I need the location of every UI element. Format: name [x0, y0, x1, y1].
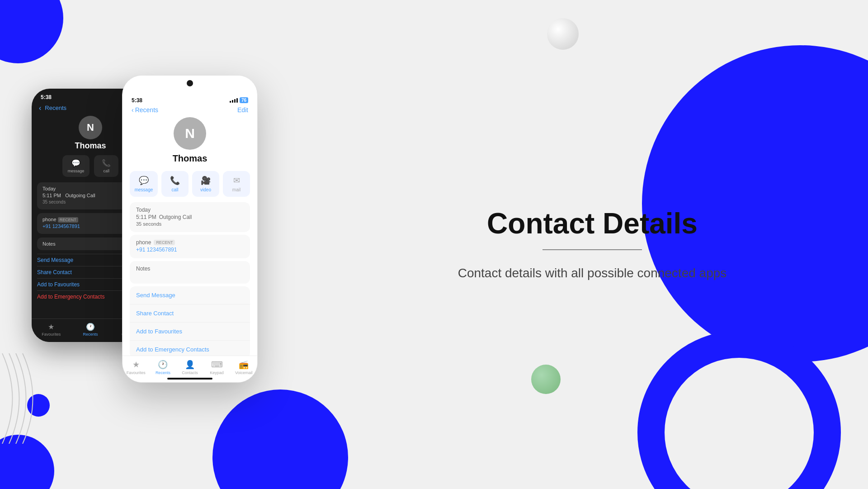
back-favourites-label: Favourites — [42, 332, 61, 337]
back-recents-label: Recents — [83, 332, 98, 337]
front-message-label: message — [135, 187, 153, 192]
back-avatar: N — [79, 116, 102, 139]
front-video-icon: 🎥 — [201, 176, 211, 185]
front-voicemail-icon: 📻 — [239, 360, 249, 370]
front-send-message[interactable]: Send Message — [130, 286, 250, 304]
front-action-buttons: 💬 message 📞 call 🎥 video ✉ mail — [123, 171, 257, 197]
front-phone-info: phone RECENT +91 1234567891 — [130, 235, 250, 258]
back-chevron-icon: ‹ — [39, 104, 41, 112]
front-status-time: 5:38 — [132, 97, 142, 104]
right-panel: Contact Details Contact details with all… — [316, 0, 868, 489]
front-scroll-area: N Thomas 💬 message 📞 call 🎥 video — [123, 117, 257, 370]
front-camera — [187, 80, 193, 86]
front-voicemail-label: Voicemail — [235, 370, 253, 375]
back-call-btn[interactable]: 📞 call — [94, 155, 118, 177]
page-description: Contact details with all possible connec… — [458, 264, 727, 283]
front-call-time: 5:11 PM — [136, 214, 156, 220]
front-contact-name: Thomas — [173, 153, 208, 164]
front-mail-btn[interactable]: ✉ mail — [223, 171, 250, 197]
front-message-btn[interactable]: 💬 message — [130, 171, 158, 197]
front-action-list: Send Message Share Contact Add to Favour… — [130, 286, 250, 358]
front-call-btn[interactable]: 📞 call — [161, 171, 189, 197]
front-signal — [230, 98, 238, 103]
front-fav-icon: ★ — [132, 360, 140, 370]
front-phone-label-row: phone RECENT — [136, 239, 244, 246]
title-divider — [542, 249, 642, 250]
front-tab-voicemail[interactable]: 📻 Voicemail — [230, 360, 257, 375]
front-tab-recents[interactable]: 🕐 Recents — [150, 360, 177, 375]
front-contact-section: N Thomas — [123, 117, 257, 171]
front-call-info: Today 5:11 PM Outgoing Call 35 seconds — [130, 202, 250, 232]
front-today-label: Today — [136, 207, 244, 213]
back-call-label: call — [104, 169, 110, 173]
front-avatar: N — [174, 117, 206, 150]
front-fav-label: Favourites — [127, 370, 146, 375]
back-recents-icon: 🕐 — [86, 323, 95, 331]
front-mail-label: mail — [232, 187, 241, 192]
signal-bar-2 — [232, 100, 233, 103]
phone-front: 5:38 76 ‹ Recents Edit — [122, 75, 258, 383]
front-share-contact[interactable]: Share Contact — [130, 304, 250, 323]
front-message-icon: 💬 — [139, 176, 149, 185]
back-tab-recents[interactable]: 🕐 Recents — [71, 323, 110, 337]
front-header: ‹ Recents Edit — [123, 105, 257, 117]
back-message-btn[interactable]: 💬 message — [62, 155, 90, 177]
back-favourites-icon: ★ — [48, 323, 54, 331]
front-keypad-icon: ⌨ — [211, 360, 223, 370]
front-contacts-icon: 👤 — [185, 360, 195, 370]
front-contacts-label: Contacts — [182, 370, 198, 375]
front-video-label: video — [200, 187, 211, 192]
front-back-btn[interactable]: ‹ Recents — [132, 106, 158, 114]
front-add-favourites[interactable]: Add to Favourites — [130, 323, 250, 341]
front-phone-label: phone — [136, 239, 151, 246]
back-message-icon: 💬 — [71, 159, 80, 167]
front-status-right: 76 — [230, 97, 248, 103]
front-notch-area — [123, 76, 257, 91]
front-phone-number[interactable]: +91 1234567891 — [136, 247, 244, 253]
front-tab-keypad[interactable]: ⌨ Keypad — [203, 360, 231, 375]
back-message-label: message — [68, 169, 85, 173]
phones-container: 5:38 ●●● ■ ‹ Recents N Thomas 💬 message … — [32, 75, 312, 414]
front-recents-icon: 🕐 — [158, 360, 168, 370]
front-home-indicator — [167, 378, 212, 380]
front-back-label: Recents — [135, 106, 158, 114]
front-call-icon: 📞 — [170, 176, 180, 185]
back-call-icon: 📞 — [102, 159, 111, 167]
signal-bar-1 — [230, 101, 231, 103]
front-notes-section: Notes — [130, 261, 250, 284]
front-call-duration: 35 seconds — [136, 221, 244, 227]
page-title: Contact Details — [487, 207, 698, 240]
back-status-time: 5:38 — [41, 94, 52, 100]
front-recents-label: Recents — [156, 370, 170, 375]
front-notes-label: Notes — [136, 266, 244, 272]
front-call-type: Outgoing Call — [159, 214, 192, 220]
signal-bar-4 — [236, 98, 238, 103]
front-battery: 76 — [240, 97, 248, 103]
back-header-back-label[interactable]: Recents — [45, 104, 66, 111]
front-keypad-label: Keypad — [210, 370, 224, 375]
back-tab-favourites[interactable]: ★ Favourites — [32, 323, 71, 337]
front-mail-icon: ✉ — [233, 176, 240, 185]
front-tab-contacts[interactable]: 👤 Contacts — [176, 360, 203, 375]
front-status-bar: 5:38 76 — [123, 91, 257, 105]
front-video-btn[interactable]: 🎥 video — [192, 171, 219, 197]
front-back-chevron: ‹ — [132, 106, 134, 114]
front-phone-badge: RECENT — [154, 240, 175, 245]
signal-bar-3 — [234, 99, 236, 103]
bg-decoration-top-left — [0, 0, 63, 63]
front-tab-favourites[interactable]: ★ Favourites — [123, 360, 150, 375]
front-call-row: 5:11 PM Outgoing Call — [136, 214, 244, 220]
front-edit-btn[interactable]: Edit — [237, 106, 248, 114]
front-call-label: call — [171, 187, 178, 192]
